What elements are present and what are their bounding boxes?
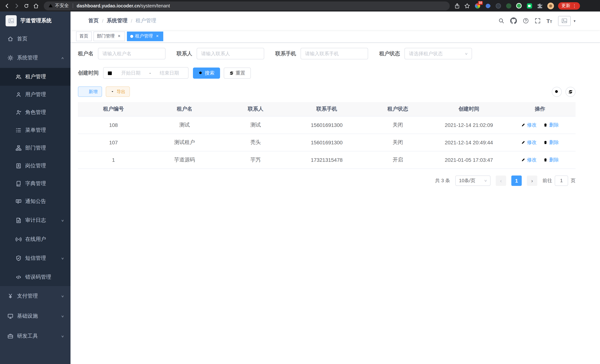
app-title: 芋道管理系统 [20,18,52,24]
refresh-icon [568,89,573,94]
sidebar-item-system[interactable]: 系统管理 ∧ [0,48,71,68]
edit-button[interactable]: 修改 [521,121,536,128]
address-bar[interactable]: 不安全 dashboard.yudao.iocoder.cn/system/te… [44,1,450,10]
extensions-puzzle-icon[interactable] [536,2,543,9]
browser-forward-button[interactable] [12,1,21,10]
extension-icon-colorful[interactable]: 10 [474,3,480,9]
bookmark-star-icon[interactable] [464,3,470,9]
cell-tenant-name: 芋道源码 [149,151,220,168]
delete-button[interactable]: 删除 [543,139,559,146]
browser-back-button[interactable] [2,1,12,10]
refresh-table-button[interactable] [565,87,575,97]
sidebar-item-menu-mgmt[interactable]: 菜单管理 [0,121,71,139]
sidebar-item-dev-tools[interactable]: 研发工具 ∨ [0,326,71,346]
sidebar-item-post[interactable]: 岗位管理 [0,157,71,175]
fullscreen-icon[interactable] [534,18,540,24]
avatar-image-icon [562,18,567,24]
caret-down-icon[interactable]: ▾ [574,19,575,23]
edit-button[interactable]: 修改 [521,139,536,146]
page-button-1[interactable]: 1 [511,175,522,186]
tab-tenant-active[interactable]: 租户管理 × [127,31,163,41]
search-icon[interactable] [498,18,504,24]
add-button[interactable]: 新增 [78,86,102,97]
export-button[interactable]: 导出 [106,86,130,97]
list-icon [16,127,21,133]
close-icon[interactable]: × [116,34,122,39]
font-size-icon[interactable]: TT [546,18,552,24]
shield-icon [16,255,21,261]
sidebar-toggle-button[interactable] [71,11,88,30]
mobile-input[interactable] [300,48,368,59]
goto-label: 前往 [543,177,552,184]
tenant-status-label: 租户状态 [379,50,400,57]
cell-contact: 测试 [220,116,291,134]
chevron-down-icon: ∨ [464,52,468,55]
tab-home[interactable]: 首页 [76,31,92,41]
sidebar-item-dept[interactable]: 部门管理 [0,139,71,157]
prev-page-button[interactable]: ‹ [496,175,506,186]
cell-created: 2021-12-14 20:49:44 [433,134,505,151]
sidebar-item-dict[interactable]: 字典管理 [0,175,71,193]
extension-icon-drop[interactable] [485,3,491,9]
tab-dept[interactable]: 部门管理 × [94,31,125,41]
search-button[interactable]: 搜索 [193,67,220,78]
next-icon: › [531,177,533,184]
sidebar-item-tenant[interactable]: 租户管理 [0,68,71,86]
tenant-status-select[interactable]: 请选择租户状态 ∨ [404,48,472,59]
edit-button[interactable]: 修改 [521,156,536,163]
search-icon [554,89,559,94]
browser-profile-avatar[interactable] [547,2,554,9]
top-navbar: 首页 / 系统管理 / 租户管理 TT ▾ [71,11,600,30]
next-page-button[interactable]: › [527,175,537,186]
page-size-select[interactable]: 10条/页 ∨ [455,175,490,186]
app-logo[interactable]: 芋道管理系统 [0,11,71,30]
tab-label: 部门管理 [97,33,115,39]
share-icon[interactable] [454,3,460,9]
refresh-icon [229,71,234,75]
browser-reload-button[interactable] [21,1,31,10]
close-icon[interactable]: × [155,34,160,39]
avatar[interactable] [558,16,571,26]
logo-image [6,15,17,26]
contact-input[interactable] [197,48,264,59]
tenant-name-input[interactable] [98,48,166,59]
tenant-name-label: 租户名 [78,50,94,57]
sidebar-item-home[interactable]: 首页 [0,30,71,48]
help-question-icon[interactable] [523,18,529,24]
cell-tenant-id: 1 [78,151,149,168]
extension-icon-dark-orb[interactable] [495,3,501,9]
sidebar-item-infra[interactable]: 基础设施 ∨ [0,306,71,326]
sidebar-item-audit-log[interactable]: 审计日志 ∨ [0,210,71,230]
sidebar-item-error-code[interactable]: 错误码管理 [0,268,71,286]
extension-icon-dark-green[interactable] [505,3,512,9]
breadcrumb-system[interactable]: 系统管理 [107,18,127,24]
show-search-toggle-button[interactable] [552,87,562,97]
cell-tenant-name: 测试 [149,116,220,134]
sidebar-item-role[interactable]: 角色管理 [0,103,71,121]
browser-home-button[interactable] [31,1,41,10]
col-created: 创建时间 [433,102,505,116]
forward-icon [14,3,20,9]
sidebar-item-payment[interactable]: 支付管理 ∨ [0,286,71,306]
browser-menu-kebab-icon[interactable]: ⋮ [572,3,577,8]
sidebar-item-label: 在线用户 [25,236,67,243]
back-icon [4,3,10,9]
cell-mobile: 15601691300 [291,134,362,151]
sidebar-item-sms[interactable]: 短信管理 ∨ [0,248,71,268]
tenant-users-icon [16,74,21,80]
extension-icon-green[interactable] [516,3,522,9]
create-time-range-picker[interactable]: 开始日期 - 结束日期 [103,67,188,79]
sidebar-item-notice[interactable]: 通知公告 [0,193,71,210]
reset-button[interactable]: 重置 [224,67,251,78]
browser-update-button[interactable]: 更新 ⋮ [558,2,580,9]
sidebar-item-user[interactable]: 用户管理 [0,86,71,103]
delete-button[interactable]: 删除 [543,121,559,128]
github-icon[interactable] [510,18,517,24]
goto-page-input[interactable] [555,175,568,186]
breadcrumb-home[interactable]: 首页 [88,18,99,24]
security-chip[interactable]: 不安全 [48,3,69,9]
reload-icon [24,3,29,8]
delete-button[interactable]: 删除 [543,156,559,163]
extension-icon-chat[interactable] [526,3,533,9]
sidebar-item-online-user[interactable]: 在线用户 [0,230,71,248]
